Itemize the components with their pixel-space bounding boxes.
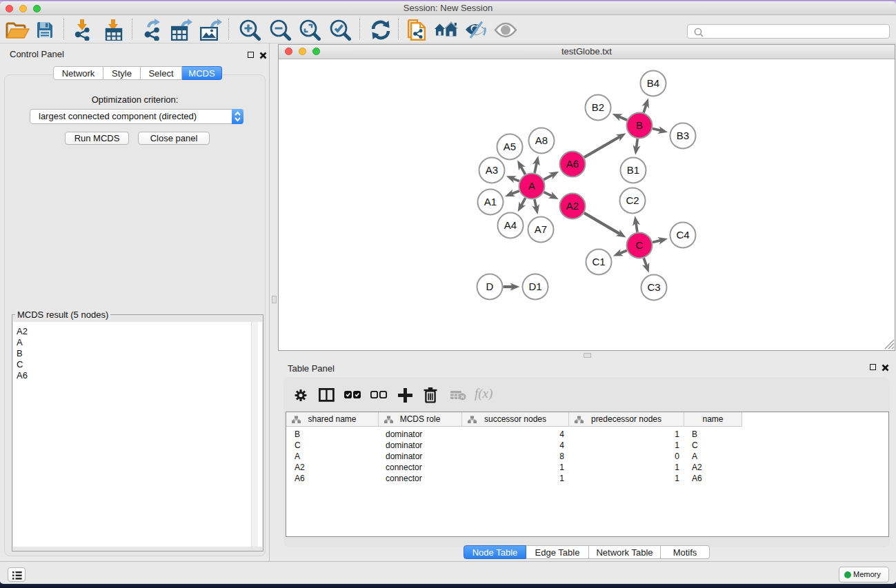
svg-text:C1: C1	[592, 256, 605, 267]
svg-text:A1: A1	[484, 196, 497, 207]
svg-text:D1: D1	[528, 281, 541, 292]
svg-text:C2: C2	[626, 194, 639, 206]
svg-text:C3: C3	[647, 281, 660, 293]
svg-text:A5: A5	[504, 141, 516, 152]
svg-text:D: D	[486, 281, 494, 292]
svg-text:A: A	[528, 180, 535, 192]
svg-text:A7: A7	[535, 223, 547, 235]
svg-text:A2: A2	[566, 200, 579, 212]
svg-text:A6: A6	[566, 158, 579, 170]
svg-text:B4: B4	[647, 77, 659, 89]
svg-text:B1: B1	[627, 164, 639, 176]
svg-text:B: B	[636, 119, 643, 131]
svg-text:C4: C4	[676, 229, 689, 241]
svg-text:A8: A8	[535, 134, 548, 146]
svg-text:A3: A3	[486, 164, 498, 176]
svg-text:C: C	[636, 239, 644, 251]
svg-text:B2: B2	[592, 101, 604, 113]
svg-text:B3: B3	[677, 130, 689, 141]
svg-text:A4: A4	[504, 219, 517, 231]
